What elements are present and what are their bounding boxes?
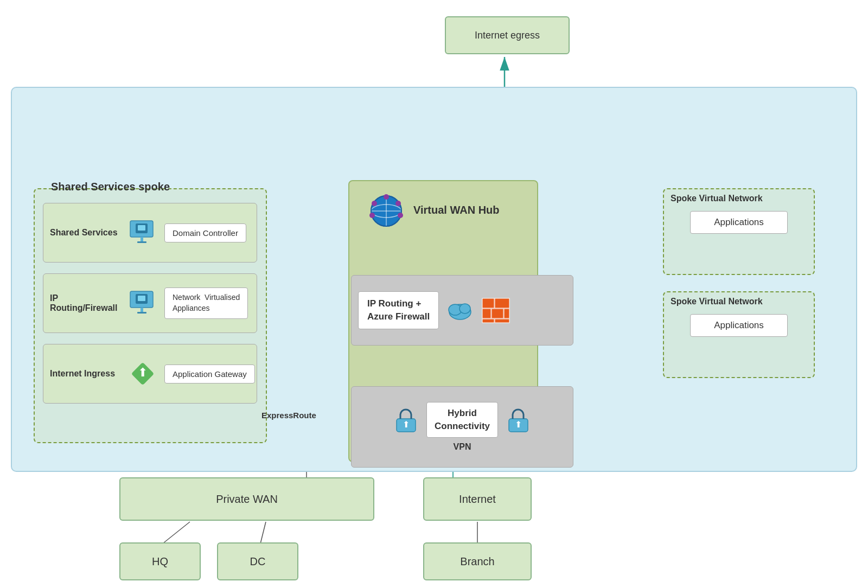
svg-text:⬆: ⬆ (138, 366, 148, 379)
vpn-label: VPN (454, 442, 471, 452)
svg-text:⬆: ⬆ (402, 420, 409, 429)
svg-rect-42 (482, 298, 494, 308)
monitor-icon-1 (125, 215, 160, 251)
svg-rect-48 (495, 319, 509, 323)
spoke-title: Shared Services spoke (51, 181, 170, 193)
ip-routing-azure-firewall-box: IP Routing +Azure Firewall (351, 275, 573, 346)
svg-rect-20 (137, 241, 146, 243)
svg-rect-47 (482, 319, 494, 323)
globe-icon (365, 188, 408, 232)
svg-rect-43 (495, 298, 509, 308)
svg-line-13 (260, 522, 266, 544)
hybrid-connectivity-label: HybridConnectivity (435, 408, 490, 431)
ip-routing-label: IP Routing +Azure Firewall (358, 291, 439, 329)
svg-rect-46 (504, 309, 509, 318)
svg-rect-23 (138, 296, 145, 301)
hybrid-text-box: HybridConnectivity (426, 402, 498, 438)
azure-cloud-icon (445, 296, 475, 325)
svg-rect-19 (141, 237, 143, 241)
svg-text:⬆: ⬆ (515, 420, 522, 429)
shared-services-label: Shared Services (43, 228, 125, 238)
svg-point-34 (395, 201, 401, 206)
expressroute-label: ExpressRoute (261, 411, 316, 420)
internet-label: Internet (459, 493, 496, 506)
spoke-vnet-box-2: Spoke Virtual Network Applications (663, 291, 815, 378)
internet-egress-label: Internet egress (475, 30, 540, 41)
private-wan-box: Private WAN (119, 477, 374, 521)
vwan-hub-header: Virtual WAN Hub (365, 188, 500, 232)
ip-routing-firewall-label: IP Routing/Firewall (43, 293, 125, 313)
application-gateway-box: Application Gateway (164, 365, 255, 384)
svg-line-12 (163, 522, 190, 544)
svg-point-35 (369, 213, 375, 218)
branch-box: Branch (423, 542, 532, 580)
branch-label: Branch (460, 555, 494, 568)
monitor-icon-2 (125, 286, 160, 321)
hq-label: HQ (152, 555, 168, 568)
spoke-vnet-box-1: Spoke Virtual Network Applications (663, 188, 815, 275)
dc-label: DC (250, 555, 266, 568)
domain-controller-box: Domain Controller (164, 223, 246, 242)
spoke-vnet-title-2: Spoke Virtual Network (664, 292, 814, 306)
main-blue-container: Shared Services spoke Shared Services (11, 87, 857, 472)
hybrid-inner: ⬆ HybridConnectivity ⬆ (391, 402, 533, 438)
service-row-2: IP Routing/Firewall Network VirtualisedA… (43, 273, 257, 333)
svg-point-40 (459, 304, 470, 314)
svg-rect-44 (482, 309, 491, 318)
internet-ingress-label: Internet Ingress (43, 369, 125, 379)
internet-bottom-box: Internet (423, 477, 532, 521)
vpn-lock-icon-right: ⬆ (503, 405, 533, 435)
service-row-3: Internet Ingress ⬆ Application Gateway (43, 344, 257, 404)
firewall-icon (480, 296, 512, 325)
svg-rect-45 (492, 309, 503, 318)
internet-egress-box: Internet egress (445, 16, 570, 54)
svg-rect-18 (138, 225, 145, 231)
service-row-1: Shared Services Domain Controller (43, 203, 257, 263)
hq-box: HQ (119, 542, 201, 580)
hybrid-connectivity-box: ⬆ HybridConnectivity ⬆ VPN (351, 386, 573, 468)
applications-box-1: Applications (690, 211, 788, 234)
applications-box-2: Applications (690, 314, 788, 337)
diagram-container: { "title": "Azure Virtual WAN Architectu… (0, 0, 868, 588)
vwan-hub-label: Virtual WAN Hub (413, 204, 500, 216)
gateway-icon: ⬆ (125, 356, 160, 392)
network-appliances-box: Network VirtualisedAppliances (164, 287, 248, 318)
vpn-lock-icon-left: ⬆ (391, 405, 421, 435)
svg-point-36 (398, 213, 403, 218)
svg-rect-24 (141, 308, 143, 312)
svg-point-37 (384, 194, 389, 200)
spoke-vnet-title-1: Spoke Virtual Network (664, 189, 814, 203)
private-wan-label: Private WAN (216, 493, 278, 506)
svg-rect-25 (137, 312, 146, 314)
svg-point-33 (372, 201, 377, 206)
dc-box: DC (217, 542, 298, 580)
shared-services-spoke: Shared Services spoke Shared Services (34, 188, 267, 443)
